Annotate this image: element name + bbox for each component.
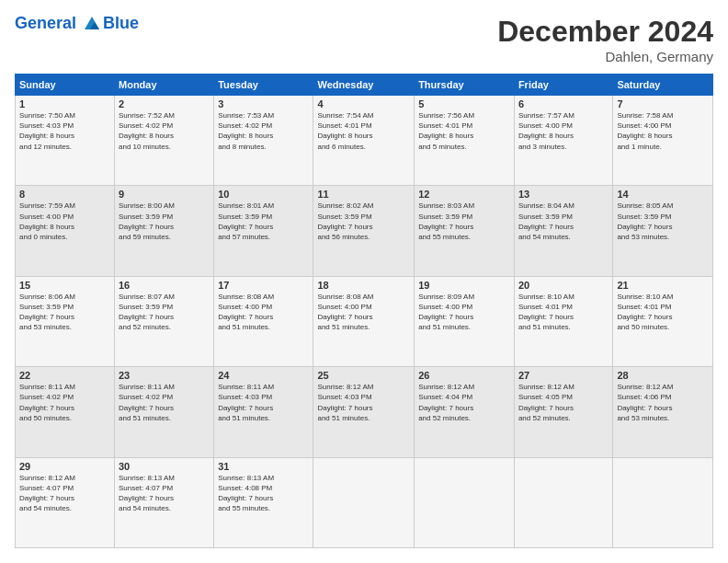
month-title: December 2024 (497, 15, 713, 49)
day-cell: 22Sunrise: 8:11 AMSunset: 4:02 PMDayligh… (16, 367, 115, 457)
day-cell: 21Sunrise: 8:10 AMSunset: 4:01 PMDayligh… (613, 276, 713, 366)
day-detail: Sunrise: 8:11 AMSunset: 4:02 PMDaylight:… (19, 382, 110, 423)
day-cell: 14Sunrise: 8:05 AMSunset: 3:59 PMDayligh… (613, 186, 713, 276)
day-cell: 24Sunrise: 8:11 AMSunset: 4:03 PMDayligh… (214, 367, 313, 457)
day-number: 20 (518, 280, 609, 291)
day-number: 2 (119, 98, 210, 109)
day-number: 15 (19, 280, 110, 291)
day-detail: Sunrise: 8:11 AMSunset: 4:02 PMDaylight:… (119, 382, 210, 423)
day-detail: Sunrise: 8:09 AMSunset: 4:00 PMDaylight:… (418, 292, 510, 333)
header-cell-saturday: Saturday (613, 75, 713, 96)
day-detail: Sunrise: 8:07 AMSunset: 3:59 PMDaylight:… (119, 292, 210, 333)
day-cell: 5Sunrise: 7:56 AMSunset: 4:01 PMDaylight… (415, 96, 515, 186)
header-cell-sunday: Sunday (16, 75, 115, 96)
day-detail: Sunrise: 8:12 AMSunset: 4:06 PMDaylight:… (617, 382, 709, 423)
day-cell: 17Sunrise: 8:08 AMSunset: 4:00 PMDayligh… (214, 276, 313, 366)
day-cell: 18Sunrise: 8:08 AMSunset: 4:00 PMDayligh… (313, 276, 415, 366)
logo-icon (83, 15, 101, 33)
day-number: 4 (317, 98, 410, 109)
day-detail: Sunrise: 8:04 AMSunset: 3:59 PMDaylight:… (518, 201, 609, 242)
day-detail: Sunrise: 7:54 AMSunset: 4:01 PMDaylight:… (317, 110, 410, 152)
day-cell: 31Sunrise: 8:13 AMSunset: 4:08 PMDayligh… (214, 457, 313, 547)
day-cell: 9Sunrise: 8:00 AMSunset: 3:59 PMDaylight… (115, 186, 214, 276)
header-cell-monday: Monday (115, 75, 214, 96)
day-detail: Sunrise: 7:58 AMSunset: 4:00 PMDaylight:… (617, 110, 709, 152)
day-cell: 20Sunrise: 8:10 AMSunset: 4:01 PMDayligh… (514, 276, 612, 366)
day-number: 9 (119, 189, 210, 200)
day-detail: Sunrise: 8:06 AMSunset: 3:59 PMDaylight:… (19, 292, 110, 333)
day-number: 19 (418, 280, 510, 291)
calendar-table: SundayMondayTuesdayWednesdayThursdayFrid… (15, 74, 713, 548)
day-number: 16 (119, 280, 210, 291)
day-cell: 8Sunrise: 7:59 AMSunset: 4:00 PMDaylight… (16, 186, 115, 276)
day-number: 13 (518, 189, 609, 200)
day-cell: 30Sunrise: 8:13 AMSunset: 4:07 PMDayligh… (115, 457, 214, 547)
day-cell (514, 457, 612, 547)
day-cell: 10Sunrise: 8:01 AMSunset: 3:59 PMDayligh… (214, 186, 313, 276)
day-number: 27 (518, 370, 609, 381)
day-number: 24 (218, 370, 309, 381)
day-number: 31 (218, 461, 309, 472)
day-cell: 25Sunrise: 8:12 AMSunset: 4:03 PMDayligh… (313, 367, 415, 457)
day-number: 12 (418, 189, 510, 200)
day-detail: Sunrise: 7:53 AMSunset: 4:02 PMDaylight:… (218, 110, 309, 152)
day-cell (313, 457, 415, 547)
day-detail: Sunrise: 8:12 AMSunset: 4:04 PMDaylight:… (418, 382, 510, 423)
day-number: 3 (218, 98, 309, 109)
day-cell: 26Sunrise: 8:12 AMSunset: 4:04 PMDayligh… (415, 367, 515, 457)
title-block: December 2024 Dahlen, Germany (497, 15, 713, 64)
day-number: 29 (19, 461, 110, 472)
day-number: 21 (617, 280, 709, 291)
day-cell: 6Sunrise: 7:57 AMSunset: 4:00 PMDaylight… (514, 96, 612, 186)
day-detail: Sunrise: 8:02 AMSunset: 3:59 PMDaylight:… (317, 201, 410, 242)
day-cell: 1Sunrise: 7:50 AMSunset: 4:03 PMDaylight… (16, 96, 115, 186)
day-cell: 12Sunrise: 8:03 AMSunset: 3:59 PMDayligh… (415, 186, 515, 276)
day-detail: Sunrise: 8:03 AMSunset: 3:59 PMDaylight:… (418, 201, 510, 242)
header: General Blue December 2024 Dahlen, Germa… (15, 15, 713, 64)
day-number: 11 (317, 189, 410, 200)
day-number: 23 (119, 370, 210, 381)
header-cell-tuesday: Tuesday (214, 75, 313, 96)
day-cell (415, 457, 515, 547)
location: Dahlen, Germany (497, 49, 713, 64)
day-cell: 19Sunrise: 8:09 AMSunset: 4:00 PMDayligh… (415, 276, 515, 366)
day-cell: 3Sunrise: 7:53 AMSunset: 4:02 PMDaylight… (214, 96, 313, 186)
day-cell: 27Sunrise: 8:12 AMSunset: 4:05 PMDayligh… (514, 367, 612, 457)
week-row-4: 22Sunrise: 8:11 AMSunset: 4:02 PMDayligh… (16, 367, 713, 457)
logo-text: General (15, 15, 103, 33)
day-detail: Sunrise: 8:08 AMSunset: 4:00 PMDaylight:… (317, 292, 410, 333)
week-row-1: 1Sunrise: 7:50 AMSunset: 4:03 PMDaylight… (16, 96, 713, 186)
day-cell: 29Sunrise: 8:12 AMSunset: 4:07 PMDayligh… (16, 457, 115, 547)
day-cell: 13Sunrise: 8:04 AMSunset: 3:59 PMDayligh… (514, 186, 612, 276)
logo: General Blue (15, 15, 139, 33)
logo-line2: Blue (103, 15, 139, 33)
day-detail: Sunrise: 8:13 AMSunset: 4:08 PMDaylight:… (218, 473, 309, 514)
day-number: 28 (617, 370, 709, 381)
day-detail: Sunrise: 8:11 AMSunset: 4:03 PMDaylight:… (218, 382, 309, 423)
day-cell: 4Sunrise: 7:54 AMSunset: 4:01 PMDaylight… (313, 96, 415, 186)
day-detail: Sunrise: 8:13 AMSunset: 4:07 PMDaylight:… (119, 473, 210, 514)
day-cell: 28Sunrise: 8:12 AMSunset: 4:06 PMDayligh… (613, 367, 713, 457)
day-number: 17 (218, 280, 309, 291)
day-number: 14 (617, 189, 709, 200)
day-number: 1 (19, 98, 110, 109)
day-number: 30 (119, 461, 210, 472)
day-detail: Sunrise: 7:57 AMSunset: 4:00 PMDaylight:… (518, 110, 609, 152)
day-detail: Sunrise: 8:12 AMSunset: 4:03 PMDaylight:… (317, 382, 410, 423)
day-cell: 7Sunrise: 7:58 AMSunset: 4:00 PMDaylight… (613, 96, 713, 186)
header-cell-thursday: Thursday (415, 75, 515, 96)
day-number: 5 (418, 98, 510, 109)
header-row: SundayMondayTuesdayWednesdayThursdayFrid… (16, 75, 713, 96)
day-detail: Sunrise: 7:50 AMSunset: 4:03 PMDaylight:… (19, 110, 110, 152)
day-detail: Sunrise: 8:10 AMSunset: 4:01 PMDaylight:… (617, 292, 709, 333)
day-cell: 23Sunrise: 8:11 AMSunset: 4:02 PMDayligh… (115, 367, 214, 457)
day-cell: 16Sunrise: 8:07 AMSunset: 3:59 PMDayligh… (115, 276, 214, 366)
day-cell (613, 457, 713, 547)
day-detail: Sunrise: 8:05 AMSunset: 3:59 PMDaylight:… (617, 201, 709, 242)
day-number: 6 (518, 98, 609, 109)
page: General Blue December 2024 Dahlen, Germa… (0, 0, 728, 563)
header-cell-wednesday: Wednesday (313, 75, 415, 96)
day-number: 25 (317, 370, 410, 381)
day-number: 10 (218, 189, 309, 200)
week-row-5: 29Sunrise: 8:12 AMSunset: 4:07 PMDayligh… (16, 457, 713, 547)
